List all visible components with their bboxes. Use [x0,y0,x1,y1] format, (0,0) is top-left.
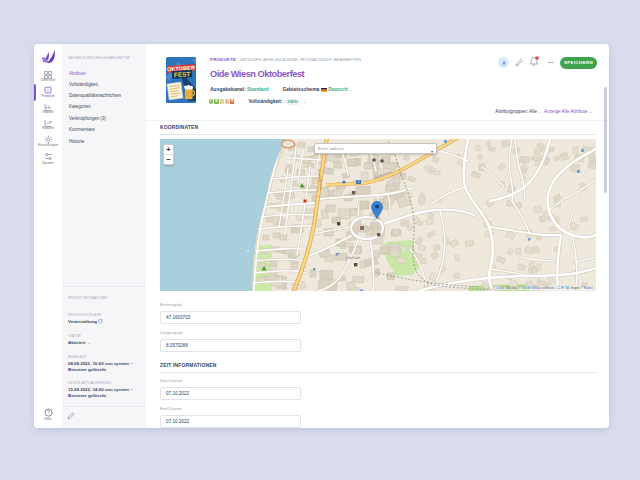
svg-text:P: P [313,267,316,272]
svg-text:P: P [528,237,531,242]
svg-text:Unterstadt: Unterstadt [346,256,360,260]
svg-text:?: ? [47,409,50,415]
svg-text:FEST: FEST [174,70,191,78]
svg-text:H: H [360,288,363,291]
svg-text:P: P [336,252,339,257]
svg-text:A: A [502,60,506,66]
svg-text:M: M [360,226,364,231]
